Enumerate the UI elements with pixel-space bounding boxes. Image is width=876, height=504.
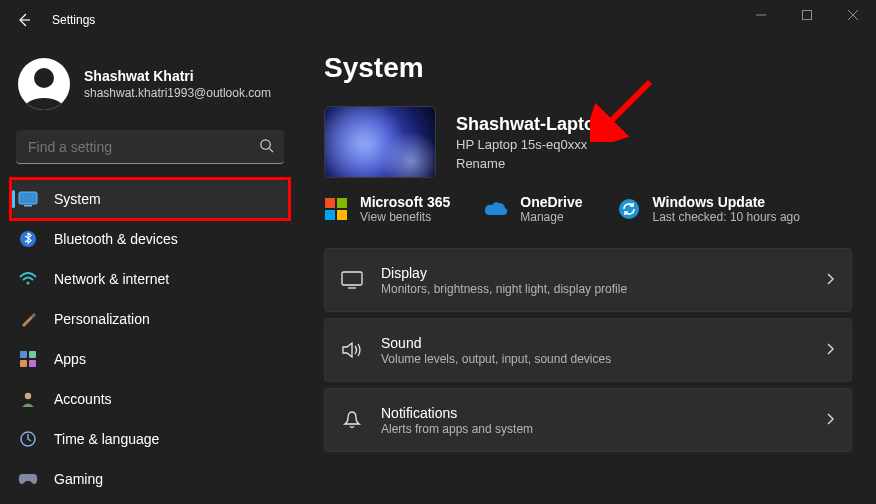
device-wallpaper-thumbnail[interactable] — [324, 106, 436, 178]
svg-point-4 — [34, 68, 54, 88]
svg-rect-14 — [29, 360, 36, 367]
nav-list: System Bluetooth & devices Network & int… — [12, 180, 288, 498]
sidebar-item-label: Apps — [54, 351, 86, 367]
card-notifications[interactable]: Notifications Alerts from apps and syste… — [324, 388, 852, 452]
sidebar-item-label: Time & language — [54, 431, 159, 447]
card-title: Sound — [381, 335, 807, 351]
maximize-button[interactable] — [784, 0, 830, 30]
sound-icon — [341, 339, 363, 361]
sidebar-item-gaming[interactable]: Gaming — [12, 460, 288, 498]
services-row: Microsoft 365 View benefits OneDrive Man… — [324, 194, 852, 224]
window-title: Settings — [52, 13, 95, 27]
content: System Shashwat-Laptop HP Laptop 15s-eq0… — [300, 40, 876, 504]
sidebar-item-system[interactable]: System — [12, 180, 288, 218]
chevron-right-icon — [825, 412, 835, 429]
svg-rect-7 — [19, 192, 37, 204]
system-icon — [18, 189, 38, 209]
search-wrap — [16, 130, 284, 164]
device-row: Shashwat-Laptop HP Laptop 15s-eq0xxx Ren… — [324, 106, 852, 178]
back-button[interactable] — [8, 4, 40, 36]
service-title: Windows Update — [653, 194, 800, 210]
wifi-icon — [18, 269, 38, 289]
svg-point-15 — [25, 393, 31, 399]
device-name: Shashwat-Laptop — [456, 114, 606, 135]
card-sub: Alerts from apps and system — [381, 422, 807, 436]
service-title: OneDrive — [520, 194, 582, 210]
service-onedrive[interactable]: OneDrive Manage — [484, 194, 582, 224]
card-display[interactable]: Display Monitors, brightness, night ligh… — [324, 248, 852, 312]
sidebar-item-label: Accounts — [54, 391, 112, 407]
svg-rect-12 — [29, 351, 36, 358]
sidebar-item-personalization[interactable]: Personalization — [12, 300, 288, 338]
apps-icon — [18, 349, 38, 369]
service-sub: View benefits — [360, 210, 450, 224]
sidebar-item-network[interactable]: Network & internet — [12, 260, 288, 298]
windows-update-icon — [617, 197, 641, 221]
search-input[interactable] — [16, 130, 284, 164]
service-sub: Manage — [520, 210, 582, 224]
microsoft-365-icon — [324, 197, 348, 221]
card-title: Display — [381, 265, 807, 281]
onedrive-icon — [484, 197, 508, 221]
rename-link[interactable]: Rename — [456, 156, 606, 171]
sidebar-item-label: Gaming — [54, 471, 103, 487]
svg-rect-11 — [20, 351, 27, 358]
account-header[interactable]: Shashwat Khatri shashwat.khatri1993@outl… — [12, 48, 288, 124]
settings-cards: Display Monitors, brightness, night ligh… — [324, 248, 852, 452]
card-sub: Volume levels, output, input, sound devi… — [381, 352, 807, 366]
service-sub: Last checked: 10 hours ago — [653, 210, 800, 224]
sidebar-item-time-language[interactable]: Time & language — [12, 420, 288, 458]
display-icon — [341, 269, 363, 291]
close-button[interactable] — [830, 0, 876, 30]
sidebar-item-label: Personalization — [54, 311, 150, 327]
sidebar-item-label: Network & internet — [54, 271, 169, 287]
page-title: System — [324, 52, 852, 84]
personalization-icon — [18, 309, 38, 329]
svg-rect-8 — [24, 205, 32, 207]
device-model: HP Laptop 15s-eq0xxx — [456, 137, 606, 152]
accounts-icon — [18, 389, 38, 409]
svg-point-17 — [619, 199, 639, 219]
chevron-right-icon — [825, 272, 835, 289]
gaming-icon — [18, 469, 38, 489]
titlebar: Settings — [0, 0, 876, 40]
account-email: shashwat.khatri1993@outlook.com — [84, 86, 271, 100]
card-title: Notifications — [381, 405, 807, 421]
card-sound[interactable]: Sound Volume levels, output, input, soun… — [324, 318, 852, 382]
svg-point-5 — [261, 140, 270, 149]
sidebar-item-bluetooth[interactable]: Bluetooth & devices — [12, 220, 288, 258]
sidebar-item-apps[interactable]: Apps — [12, 340, 288, 378]
service-m365[interactable]: Microsoft 365 View benefits — [324, 194, 450, 224]
svg-rect-18 — [342, 272, 362, 285]
chevron-right-icon — [825, 342, 835, 359]
svg-line-6 — [269, 148, 273, 152]
svg-rect-1 — [803, 11, 812, 20]
notifications-icon — [341, 409, 363, 431]
avatar — [18, 58, 70, 110]
bluetooth-icon — [18, 229, 38, 249]
search-icon — [259, 138, 274, 156]
window-controls — [738, 0, 876, 30]
sidebar-item-label: System — [54, 191, 101, 207]
service-windows-update[interactable]: Windows Update Last checked: 10 hours ag… — [617, 194, 800, 224]
account-name: Shashwat Khatri — [84, 68, 271, 84]
service-title: Microsoft 365 — [360, 194, 450, 210]
sidebar-item-label: Bluetooth & devices — [54, 231, 178, 247]
sidebar: Shashwat Khatri shashwat.khatri1993@outl… — [0, 40, 300, 504]
card-sub: Monitors, brightness, night light, displ… — [381, 282, 807, 296]
minimize-button[interactable] — [738, 0, 784, 30]
sidebar-item-accounts[interactable]: Accounts — [12, 380, 288, 418]
svg-rect-13 — [20, 360, 27, 367]
time-language-icon — [18, 429, 38, 449]
svg-point-10 — [26, 281, 29, 284]
